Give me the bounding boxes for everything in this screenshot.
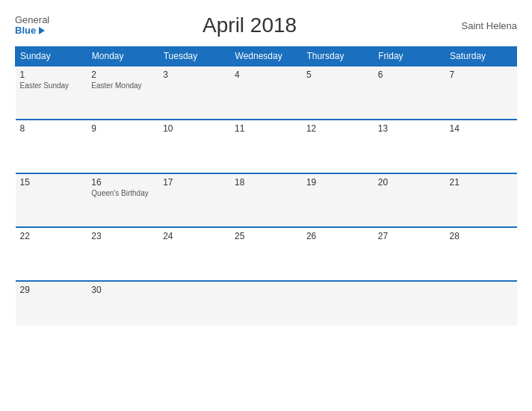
day-number: 25 (235, 231, 297, 241)
day-number: 10 (163, 123, 226, 134)
header: General Blue April 2018 Saint Helena (15, 13, 517, 37)
table-row: 10 (158, 120, 230, 173)
day-number: 19 (306, 177, 369, 188)
table-row: 24 (158, 227, 230, 281)
day-number: 1 (20, 69, 83, 80)
day-number: 14 (450, 123, 513, 134)
day-number: 2 (91, 69, 154, 80)
day-number: 3 (163, 69, 226, 80)
table-row: 28 (445, 227, 517, 281)
day-number: 12 (306, 123, 369, 134)
day-number: 22 (20, 231, 83, 241)
table-row: 21 (445, 173, 517, 227)
day-number: 28 (450, 231, 513, 241)
table-row: 6 (374, 66, 445, 120)
day-number: 8 (20, 123, 83, 134)
table-row: 2Easter Monday (87, 66, 158, 120)
table-row: 22 (16, 227, 87, 281)
table-row: 9 (87, 120, 158, 173)
calendar-page: General Blue April 2018 Saint Helena Sun… (0, 0, 532, 411)
day-number: 30 (91, 285, 154, 295)
day-number: 27 (378, 231, 441, 241)
table-row: 11 (230, 120, 302, 173)
holiday-label: Easter Sunday (20, 81, 83, 90)
day-number: 15 (20, 177, 83, 188)
logo-general-text: General (15, 15, 49, 25)
table-row: 30 (87, 281, 158, 326)
calendar-title: April 2018 (49, 13, 450, 37)
table-row: 1Easter Sunday (16, 66, 87, 120)
calendar-header-row: Sunday Monday Tuesday Wednesday Thursday… (16, 47, 517, 67)
table-row: 4 (230, 66, 302, 120)
day-number: 29 (20, 285, 83, 295)
col-sunday: Sunday (16, 47, 87, 67)
table-row: 8 (16, 120, 87, 173)
day-number: 9 (91, 123, 154, 134)
col-tuesday: Tuesday (158, 47, 230, 67)
day-number: 6 (378, 69, 441, 80)
table-row (445, 281, 517, 326)
table-row: 29 (16, 281, 87, 326)
day-number: 4 (235, 69, 297, 80)
day-number: 7 (450, 69, 513, 80)
table-row (230, 281, 302, 326)
day-number: 18 (235, 177, 297, 188)
day-number: 5 (306, 69, 369, 80)
table-row: 16Queen's Birthday (87, 173, 158, 227)
table-row: 19 (302, 173, 374, 227)
table-row: 7 (445, 66, 517, 120)
table-row: 20 (374, 173, 445, 227)
table-row: 18 (230, 173, 302, 227)
table-row: 27 (374, 227, 445, 281)
table-row (374, 281, 445, 326)
col-wednesday: Wednesday (230, 47, 302, 67)
day-number: 24 (163, 231, 226, 241)
logo: General Blue (15, 15, 49, 37)
table-row: 13 (374, 120, 445, 173)
day-number: 20 (378, 177, 441, 188)
day-number: 16 (91, 177, 154, 188)
calendar-table: Sunday Monday Tuesday Wednesday Thursday… (15, 46, 517, 326)
table-row: 12 (302, 120, 374, 173)
table-row: 14 (445, 120, 517, 173)
region-label: Saint Helena (450, 20, 517, 31)
table-row: 3 (158, 66, 230, 120)
holiday-label: Queen's Birthday (91, 189, 154, 197)
day-number: 13 (378, 123, 441, 134)
day-number: 26 (306, 231, 369, 241)
table-row (158, 281, 230, 326)
table-row: 17 (158, 173, 230, 227)
day-number: 11 (235, 123, 297, 134)
logo-triangle-icon (39, 27, 45, 34)
table-row: 26 (302, 227, 374, 281)
col-saturday: Saturday (445, 47, 517, 67)
day-number: 17 (163, 177, 226, 188)
holiday-label: Easter Monday (91, 81, 154, 90)
col-thursday: Thursday (302, 47, 374, 67)
logo-blue-text: Blue (15, 25, 49, 36)
col-friday: Friday (374, 47, 445, 67)
table-row (302, 281, 374, 326)
table-row: 5 (302, 66, 374, 120)
table-row: 15 (16, 173, 87, 227)
day-number: 23 (91, 231, 154, 241)
table-row: 25 (230, 227, 302, 281)
day-number: 21 (450, 177, 513, 188)
col-monday: Monday (87, 47, 158, 67)
table-row: 23 (87, 227, 158, 281)
